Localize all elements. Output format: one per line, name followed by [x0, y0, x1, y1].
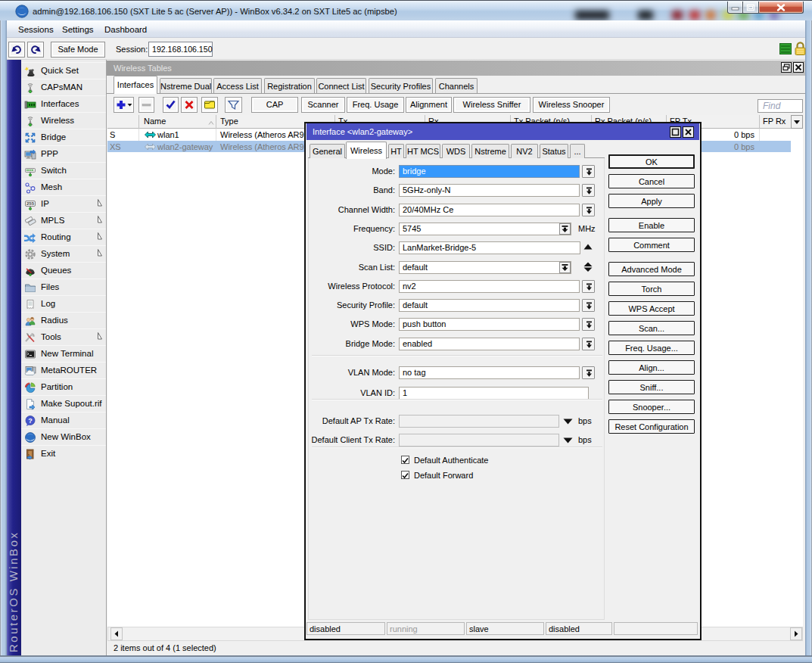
svg-text:255: 255: [26, 201, 35, 206]
svg-text:RouterOS WinBox: RouterOS WinBox: [7, 533, 20, 653]
svg-text:?: ?: [28, 417, 33, 425]
